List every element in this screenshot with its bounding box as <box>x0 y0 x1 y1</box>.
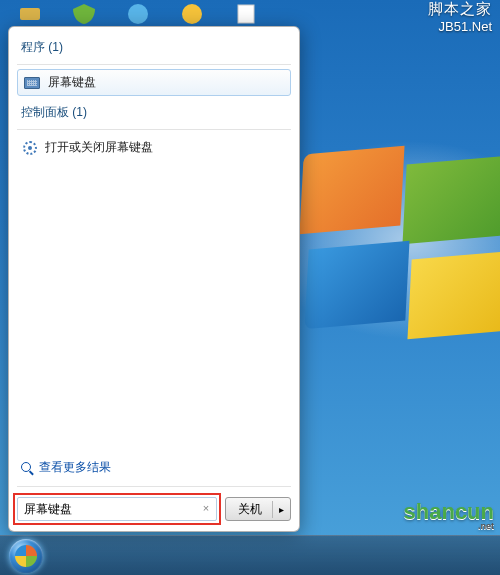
chevron-right-icon[interactable]: ▸ <box>273 504 290 515</box>
watermark-bottom: shancun .net <box>404 499 494 531</box>
start-menu-bottom-bar: × 关机 ▸ <box>9 491 299 531</box>
shutdown-label: 关机 <box>226 501 273 518</box>
search-input[interactable] <box>17 497 217 521</box>
pinned-icon[interactable] <box>10 2 50 26</box>
keyboard-icon <box>24 77 40 89</box>
section-header-control-panel: 控制面板 (1) <box>17 100 291 125</box>
taskbar[interactable] <box>0 535 500 575</box>
see-more-results[interactable]: 查看更多结果 <box>17 453 291 482</box>
svg-point-2 <box>182 4 202 24</box>
pinned-icon[interactable] <box>64 2 104 26</box>
watermark-top: 脚本之家 JB51.Net <box>428 0 492 34</box>
pinned-icon[interactable] <box>118 2 158 26</box>
start-menu: 程序 (1) 屏幕键盘 控制面板 (1) 打开或关闭屏幕键盘 查看更多结果 × … <box>8 26 300 532</box>
pinned-icon[interactable] <box>226 2 266 26</box>
result-item-label: 打开或关闭屏幕键盘 <box>45 139 153 156</box>
divider <box>17 486 291 487</box>
svg-rect-3 <box>238 5 254 23</box>
start-button[interactable] <box>4 536 48 576</box>
clear-search-icon[interactable]: × <box>199 501 213 515</box>
gear-icon <box>23 141 37 155</box>
see-more-label: 查看更多结果 <box>39 459 111 476</box>
pinned-icon[interactable] <box>172 2 212 26</box>
pinned-shortcuts-top <box>10 2 266 26</box>
search-wrap: × <box>17 497 217 521</box>
shutdown-button[interactable]: 关机 ▸ <box>225 497 291 521</box>
section-header-programs: 程序 (1) <box>17 35 291 60</box>
divider <box>17 129 291 130</box>
search-icon <box>21 462 33 474</box>
result-item-label: 屏幕键盘 <box>48 74 96 91</box>
search-results-panel: 程序 (1) 屏幕键盘 控制面板 (1) 打开或关闭屏幕键盘 <box>9 27 299 453</box>
result-item-toggle-osk[interactable]: 打开或关闭屏幕键盘 <box>17 134 291 161</box>
result-item-on-screen-keyboard[interactable]: 屏幕键盘 <box>17 69 291 96</box>
svg-point-1 <box>128 4 148 24</box>
svg-rect-0 <box>20 8 40 20</box>
start-orb-icon <box>9 539 43 573</box>
divider <box>17 64 291 65</box>
